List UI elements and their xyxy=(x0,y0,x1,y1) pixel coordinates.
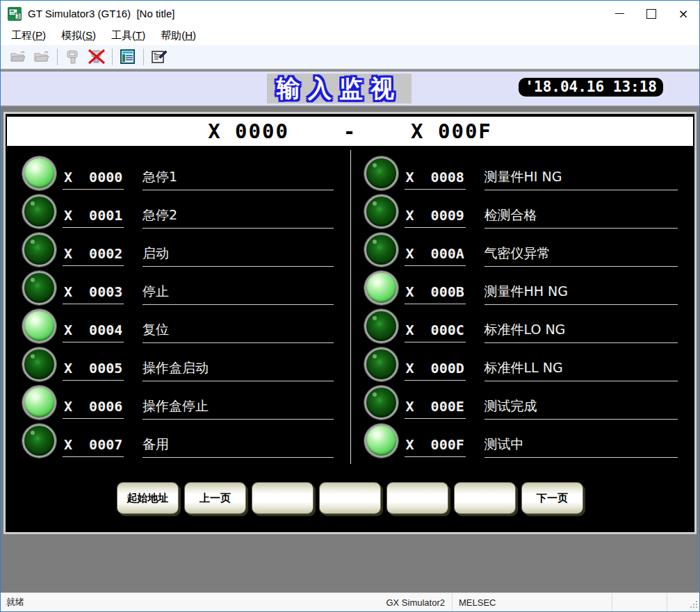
gt-simulator-window: { "window": { "title": "GT Simulator3 (G… xyxy=(0,0,700,612)
lamp-off-icon xyxy=(364,156,398,190)
device-comment: 备用 xyxy=(143,436,334,458)
menu-simulate[interactable]: 模拟(S) xyxy=(54,28,104,44)
monitor-row: X 000D标准件LL NG xyxy=(364,345,695,383)
device-address: X 000C xyxy=(405,322,466,342)
window-title: GT Simulator3 (GT16) [No title] xyxy=(28,8,174,19)
device-address: X 000E xyxy=(405,398,466,419)
hmi-header-band: 输入监视 '18.04.16 13:18 xyxy=(1,70,699,107)
next-page-button[interactable]: 下一页 xyxy=(521,482,583,514)
lamp-on-icon xyxy=(364,271,398,305)
lamp-on-icon xyxy=(22,156,56,190)
option-setup-icon[interactable] xyxy=(150,49,168,65)
device-comment: 标准件LL NG xyxy=(485,359,678,381)
minimize-button[interactable] xyxy=(603,1,635,26)
device-address: X 000D xyxy=(405,360,466,381)
monitor-row: X 000B测量件HH NG xyxy=(364,269,695,307)
device-address: X 0005 xyxy=(63,360,124,381)
device-address: X 0001 xyxy=(63,207,124,228)
open-icon[interactable] xyxy=(33,49,51,65)
maximize-button[interactable] xyxy=(635,1,667,26)
lamp-off-icon xyxy=(22,233,56,267)
status-empty-cell xyxy=(667,593,691,611)
device-address: X 0003 xyxy=(63,283,124,304)
status-bar: 就绪 GX Simulator2 MELSEC xyxy=(1,593,699,611)
blank-function-button[interactable] xyxy=(319,482,381,514)
datetime-display: '18.04.16 13:18 xyxy=(519,78,663,97)
device-comment: 测试完成 xyxy=(485,397,678,420)
lamp-off-icon xyxy=(364,195,398,229)
close-button[interactable]: × xyxy=(667,1,699,26)
monitor-column-left: X 0000急停1X 0001急停2X 0002启动X 0003停止X 0004… xyxy=(6,150,350,464)
lamp-on-icon xyxy=(22,309,56,343)
device-comment: 启动 xyxy=(143,245,334,267)
status-empty-cell xyxy=(612,593,667,611)
device-address: X 0006 xyxy=(63,398,124,419)
lamp-on-icon xyxy=(22,386,56,420)
menu-project[interactable]: 工程(P) xyxy=(3,28,54,44)
function-key-row: 起始地址上一页下一页 xyxy=(6,482,694,514)
title-bar: 3 GT Simulator3 (GT16) [No title] × xyxy=(1,1,699,26)
monitor-column-right: X 0008测量件HI NGX 0009检测合格X 000A气密仪异常X 000… xyxy=(350,150,695,464)
device-address: X 000F xyxy=(405,436,466,457)
toolbar-separator xyxy=(143,49,144,65)
monitor-row: X 0005操作盒启动 xyxy=(22,345,350,383)
monitor-row: X 0002启动 xyxy=(22,231,350,269)
device-address: X 0008 xyxy=(405,169,466,190)
device-address: X 0000 xyxy=(63,169,124,190)
lamp-off-icon xyxy=(22,424,56,458)
resize-grip[interactable] xyxy=(691,603,697,609)
lamp-on-icon xyxy=(364,424,398,458)
status-simulator: GX Simulator2 xyxy=(368,593,452,611)
lamp-off-icon xyxy=(364,309,398,343)
maximize-icon xyxy=(646,9,656,19)
device-comment: 检测合格 xyxy=(485,206,678,229)
device-comment: 急停1 xyxy=(143,168,334,190)
stop-simulation-icon[interactable] xyxy=(88,49,106,65)
lamp-off-icon xyxy=(22,271,56,305)
monitor-row: X 000A气密仪异常 xyxy=(364,231,695,269)
monitor-columns: X 0000急停1X 0001急停2X 0002启动X 0003停止X 0004… xyxy=(6,150,694,464)
monitor-row: X 0008测量件HI NG xyxy=(364,154,695,192)
prev-page-button[interactable]: 上一页 xyxy=(184,482,246,514)
menu-help[interactable]: 帮助(H) xyxy=(153,28,204,44)
monitor-panel: X 0000 - X 000F X 0000急停1X 0001急停2X 0002… xyxy=(3,112,697,534)
status-plc-type: MELSEC xyxy=(453,593,612,611)
minimize-icon xyxy=(615,13,624,14)
blank-function-button[interactable] xyxy=(454,482,516,514)
monitor-row: X 0000急停1 xyxy=(22,154,350,192)
hmi-screen: 输入监视 '18.04.16 13:18 X 0000 - X 000F X 0… xyxy=(1,70,699,595)
lamp-off-icon xyxy=(22,347,56,381)
status-ready: 就绪 xyxy=(1,596,368,609)
toolbar-separator xyxy=(112,49,113,65)
start-simulation-icon[interactable] xyxy=(64,49,82,65)
device-comment: 测试中 xyxy=(485,436,678,458)
app-icon: 3 xyxy=(7,6,22,22)
menu-tools[interactable]: 工具(T) xyxy=(104,28,153,44)
blank-function-button[interactable] xyxy=(252,482,314,514)
device-address: X 000B xyxy=(405,283,466,304)
blank-function-button[interactable] xyxy=(386,482,448,514)
start-address-button[interactable]: 起始地址 xyxy=(117,482,179,514)
lamp-off-icon xyxy=(364,233,398,267)
monitor-row: X 0006操作盒停止 xyxy=(22,383,350,422)
monitor-row: X 000C标准件LO NG xyxy=(364,307,695,345)
toolbar-separator xyxy=(57,49,58,65)
monitor-row: X 0007备用 xyxy=(22,422,350,460)
menu-bar: 工程(P) 模拟(S) 工具(T) 帮助(H) xyxy=(1,26,699,45)
device-comment: 操作盒启动 xyxy=(143,359,334,381)
monitor-row: X 0004复位 xyxy=(22,307,350,345)
device-comment: 急停2 xyxy=(143,206,334,229)
window-controls: × xyxy=(603,1,699,26)
monitor-row: X 000E测试完成 xyxy=(364,383,695,422)
device-comment: 标准件LO NG xyxy=(485,321,678,343)
device-address: X 000A xyxy=(405,245,466,266)
svg-text:3: 3 xyxy=(16,13,20,19)
open-project-icon[interactable] xyxy=(9,49,27,65)
monitor-row: X 0001急停2 xyxy=(22,192,350,231)
lamp-off-icon xyxy=(364,386,398,420)
device-monitor-icon[interactable] xyxy=(119,49,137,65)
screen-title: 输入监视 xyxy=(277,73,402,105)
device-address: X 0007 xyxy=(63,436,124,457)
tool-bar xyxy=(1,45,699,70)
monitor-row: X 000F测试中 xyxy=(364,422,695,460)
